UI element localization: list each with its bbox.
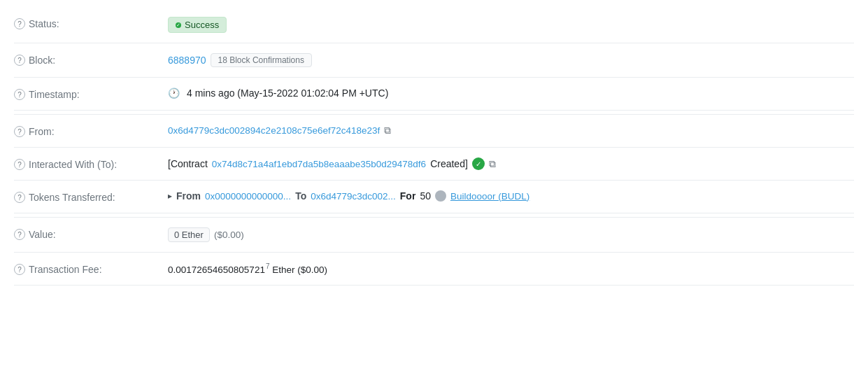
value-label-col: ? Value:: [14, 227, 168, 240]
status-label-col: ? Status:: [14, 17, 168, 29]
tokens-from-label: From: [176, 190, 201, 202]
status-label: Status:: [29, 18, 59, 29]
value-value-col: 0 Ether ($0.00): [168, 227, 854, 242]
block-confirmations-badge: 18 Block Confirmations: [211, 53, 312, 67]
ether-badge: 0 Ether: [168, 227, 210, 242]
timestamp-label: Timestamp:: [29, 89, 80, 100]
interacted-value-col: [Contract 0x74d8c71a4af1ebd7da5b8eaaabe3…: [168, 157, 854, 170]
confirmations-text: 18 Block Confirmations: [218, 55, 304, 65]
contract-address-link[interactable]: 0x74d8c71a4af1ebd7da5b8eaaabe35b0d29478d…: [212, 159, 426, 169]
fee-amount: 0.001726546508057217 Ether ($0.00): [168, 262, 327, 275]
fee-value-col: 0.001726546508057217 Ether ($0.00): [168, 262, 854, 275]
interacted-label: Interacted With (To):: [29, 159, 117, 170]
clock-icon: 🕐: [168, 87, 180, 99]
tokens-row: ? Tokens Transferred: ▸ From 0x000000000…: [14, 181, 854, 213]
tokens-from-address-link[interactable]: 0x0000000000000...: [205, 191, 291, 202]
tokens-value-col: ▸ From 0x0000000000000... To 0x6d4779c3d…: [168, 190, 854, 202]
from-label-col: ? From:: [14, 125, 168, 137]
created-suffix: Created]: [430, 158, 468, 169]
block-number-link[interactable]: 6888970: [168, 55, 206, 66]
token-name-link[interactable]: Buildoooor (BUDL): [450, 191, 529, 202]
block-value-col: 6888970 18 Block Confirmations: [168, 53, 854, 67]
status-question-icon[interactable]: ?: [14, 18, 25, 29]
tokens-label-col: ? Tokens Transferred:: [14, 190, 168, 203]
tokens-question-icon[interactable]: ?: [14, 192, 25, 203]
from-row: ? From: 0x6d4779c3dc002894c2e2108c75e6ef…: [14, 115, 854, 148]
value-row: ? Value: 0 Ether ($0.00): [14, 218, 854, 253]
block-label-col: ? Block:: [14, 53, 168, 66]
tokens-to-address-link[interactable]: 0x6d4779c3dc002...: [311, 191, 396, 202]
success-dot-icon: [176, 22, 181, 28]
status-row: ? Status: Success: [14, 7, 854, 43]
tokens-label: Tokens Transferred:: [29, 192, 115, 203]
from-value-col: 0x6d4779c3dc002894c2e2108c75e6ef72c418e2…: [168, 125, 854, 136]
tokens-to-label: To: [295, 190, 306, 202]
fee-label: Transaction Fee:: [29, 264, 102, 275]
contract-prefix: [Contract: [168, 158, 208, 169]
success-text: Success: [185, 20, 219, 30]
timestamp-text: 4 mins ago (May-15-2022 01:02:04 PM +UTC…: [187, 87, 388, 99]
fee-question-icon[interactable]: ?: [14, 264, 25, 275]
from-question-icon[interactable]: ?: [14, 126, 25, 137]
value-question-icon[interactable]: ?: [14, 229, 25, 240]
transaction-detail: ? Status: Success ? Block: 6888970 18 Bl…: [0, 0, 868, 293]
tokens-for-label: For: [400, 190, 416, 202]
verified-icon: ✓: [472, 157, 485, 170]
from-address-link[interactable]: 0x6d4779c3dc002894c2e2108c75e6ef72c418e2…: [168, 125, 380, 136]
value-usd: ($0.00): [214, 230, 244, 240]
timestamp-row: ? Timestamp: 🕐 4 mins ago (May-15-2022 0…: [14, 78, 854, 111]
value-label: Value:: [29, 229, 56, 240]
block-row: ? Block: 6888970 18 Block Confirmations: [14, 43, 854, 78]
block-question-icon[interactable]: ?: [14, 55, 25, 66]
from-label: From:: [29, 126, 55, 137]
status-value-col: Success: [168, 17, 854, 33]
success-badge: Success: [168, 17, 227, 33]
interacted-label-col: ? Interacted With (To):: [14, 157, 168, 170]
block-label: Block:: [29, 55, 55, 66]
fee-row: ? Transaction Fee: 0.001726546508057217 …: [14, 253, 854, 286]
interacted-row: ? Interacted With (To): [Contract 0x74d8…: [14, 148, 854, 181]
from-copy-icon[interactable]: ⧉: [384, 125, 391, 136]
contract-copy-icon[interactable]: ⧉: [489, 158, 496, 170]
timestamp-question-icon[interactable]: ?: [14, 89, 25, 100]
token-coin-icon: [435, 190, 446, 202]
tokens-arrow-icon: ▸: [168, 191, 172, 201]
fee-label-col: ? Transaction Fee:: [14, 262, 168, 275]
timestamp-label-col: ? Timestamp:: [14, 87, 168, 100]
tokens-amount: 50: [420, 190, 431, 202]
timestamp-value-col: 🕐 4 mins ago (May-15-2022 01:02:04 PM +U…: [168, 87, 854, 99]
interacted-question-icon[interactable]: ?: [14, 159, 25, 170]
